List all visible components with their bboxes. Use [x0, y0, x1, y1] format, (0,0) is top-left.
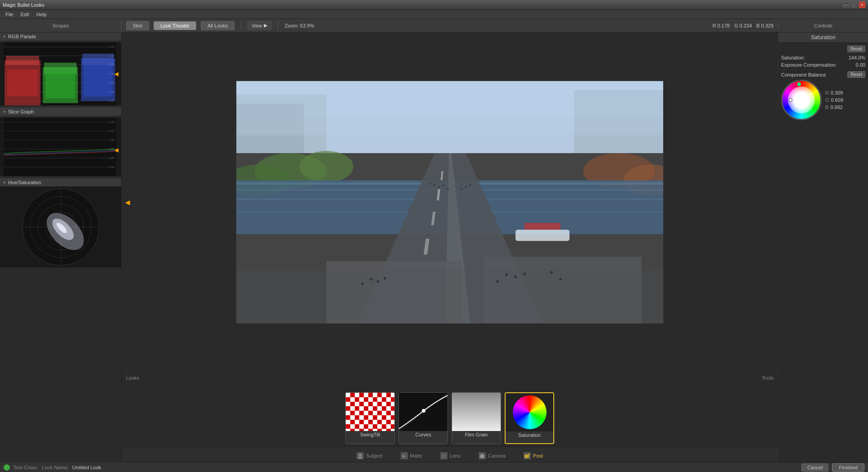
tab-skin[interactable]: Skin [126, 21, 149, 30]
r-label: R [825, 90, 829, 95]
svg-point-94 [359, 454, 362, 456]
tab-all-looks[interactable]: All Looks [201, 21, 235, 30]
curves-label: Curves [416, 431, 431, 438]
slice-graph-canvas: 1.4 1.2 1.0 0.8 0.6 0.4 [4, 118, 116, 176]
b-value: 0.082 [830, 104, 843, 110]
menu-help[interactable]: Help [33, 11, 50, 18]
color-wheel-rgb: R 0.309 G 0.609 B 0.082 [825, 90, 843, 110]
svg-point-83 [377, 280, 380, 283]
tool-card-swingtilt[interactable]: SwingTilt [345, 392, 395, 444]
hue-sat-header: ▼ Hue/Saturation [0, 178, 121, 186]
hue-sat-content [0, 186, 121, 268]
svg-rect-81 [236, 270, 664, 324]
filmgrain-label: Film Grain [465, 431, 488, 438]
maximize-btn[interactable]: □ [851, 2, 857, 8]
toolbar-divider-2 [278, 21, 278, 30]
svg-text:1.0: 1.0 [109, 138, 114, 141]
camera-icon [479, 452, 486, 459]
exposure-value: 0.00 [856, 62, 865, 68]
play-icon: ▶ [264, 23, 267, 28]
reset-button-2[interactable]: Reset [847, 71, 865, 78]
rgb-parade-canvas: 1.4 1.2 1.0 0.8 0.6 0.4 0.2 [4, 42, 116, 105]
cancel-button[interactable]: Cancel [801, 463, 828, 472]
looks-label: Looks [126, 375, 139, 381]
scopes-panel: ▼ RGB Parade [0, 32, 122, 462]
rgb-parade-arrow: ◀ [114, 71, 118, 77]
hue-sat-label: Hue/Saturation [8, 180, 41, 185]
svg-point-90 [550, 271, 553, 274]
svg-point-84 [384, 277, 386, 280]
rgb-parade-header: ▼ RGB Parade [0, 32, 121, 41]
menu-file[interactable]: File [2, 11, 17, 18]
color-wheel[interactable] [781, 80, 822, 120]
svg-point-91 [559, 278, 562, 281]
exposure-row: Exposure Compensation: 0.00 [781, 62, 865, 68]
tool-card-saturation[interactable]: Saturation [505, 392, 554, 444]
g-label: G [825, 97, 829, 103]
nav-subject[interactable]: Subject [357, 452, 383, 459]
close-btn[interactable]: ✕ [859, 2, 865, 8]
nav-camera-label: Camera [488, 453, 506, 458]
svg-rect-98 [481, 454, 483, 455]
slice-graph-label: Slice Graph [8, 109, 34, 114]
minimize-btn[interactable]: — [843, 2, 849, 8]
svg-rect-99 [524, 454, 529, 458]
huesat-collapse-icon[interactable]: ▼ [3, 181, 6, 185]
nav-matte[interactable]: ▶ Matte [401, 452, 423, 459]
status-bar: Tool Chain: Look Name: Untitled Look Can… [0, 462, 868, 472]
color-readout-b: B 0.329 [756, 23, 773, 28]
color-wheel-cursor [789, 98, 792, 102]
slice-graph-header: ▼ Slice Graph [0, 108, 121, 116]
saturation-label-ctrl: Saturation: [781, 55, 805, 60]
exposure-label: Exposure Compensation: [781, 62, 837, 68]
svg-rect-8 [6, 56, 39, 65]
saturation-label: Saturation [518, 431, 541, 439]
bottom-strip: Looks Tools SwingTilt [122, 372, 778, 462]
svg-text:0.6: 0.6 [109, 156, 114, 159]
slice-collapse-icon[interactable]: ▼ [3, 110, 6, 114]
reset-button-1[interactable]: Reset [847, 45, 865, 52]
svg-rect-12 [45, 72, 75, 99]
nav-post[interactable]: Post [524, 452, 543, 459]
toolbar-scopes-section: Scopes [0, 19, 122, 32]
saturation-row: Saturation: 144.0% [781, 55, 865, 60]
svg-text:0.2: 0.2 [109, 99, 114, 102]
finished-button[interactable]: Finished [832, 463, 864, 472]
svg-rect-15 [84, 65, 113, 96]
nav-lens[interactable]: ◎ Lens [440, 452, 461, 459]
rgb-parade-content: 1.4 1.2 1.0 0.8 0.6 0.4 0.2 ◀ [0, 42, 121, 105]
nav-post-label: Post [533, 453, 543, 458]
tool-chain-toggle[interactable] [4, 464, 10, 471]
svg-point-87 [514, 276, 517, 278]
nav-camera[interactable]: Camera [479, 452, 506, 459]
tab-look-theater[interactable]: Look Theater [154, 21, 196, 30]
svg-point-93 [422, 409, 425, 413]
menubar: File Edit Help [0, 10, 868, 19]
controls-label: Controls [814, 23, 832, 28]
component-balance-row: Component Balance Reset [781, 71, 865, 78]
slice-arrow: ◀ [114, 147, 118, 153]
right-panel: Saturation Reset Saturation: 144.0% Expo… [778, 32, 868, 462]
filmgrain-thumb [452, 393, 501, 431]
color-wheel-container: R 0.309 G 0.609 B 0.082 [781, 80, 865, 120]
content-wrapper: ▼ RGB Parade [0, 32, 868, 462]
r-readout: R 0.309 [825, 90, 843, 95]
component-balance-label: Component Balance [781, 72, 826, 77]
nav-strip: Subject ▶ Matte ◎ Lens [122, 446, 778, 464]
controls-body: Reset Saturation: 144.0% Exposure Compen… [778, 43, 868, 462]
saturation-value-ctrl: 144.0% [849, 55, 865, 60]
filmgrain-bg [452, 393, 501, 431]
tool-card-filmgrain[interactable]: Film Grain [452, 392, 501, 444]
svg-rect-9 [7, 69, 38, 96]
matte-icon: ▶ [401, 452, 408, 459]
nav-subject-label: Subject [366, 453, 383, 458]
tool-card-curves[interactable]: Curves [398, 392, 448, 444]
swingtilt-label: SwingTilt [360, 431, 380, 438]
svg-point-68 [434, 184, 435, 186]
g-readout: G 0.609 [825, 97, 843, 103]
menu-edit[interactable]: Edit [17, 11, 33, 18]
collapse-icon[interactable]: ▼ [3, 35, 6, 39]
svg-point-88 [523, 272, 526, 275]
r-value: 0.309 [831, 90, 843, 95]
view-button[interactable]: View ▶ [248, 21, 272, 30]
